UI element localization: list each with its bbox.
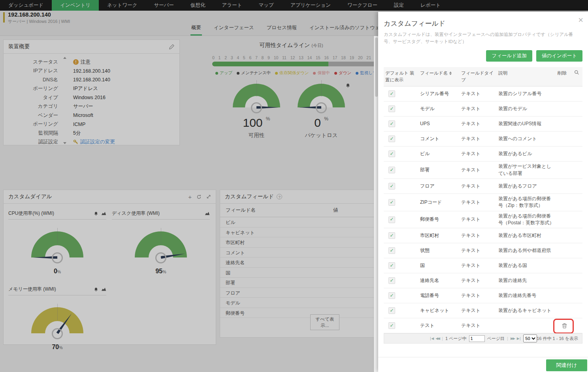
field-name: 連絡先名: [418, 277, 460, 284]
default-display-checkbox[interactable]: ✓: [388, 292, 395, 299]
field-name: フロア: [418, 183, 460, 190]
default-display-checkbox[interactable]: ✓: [388, 135, 395, 142]
field-row: ✓ フロア テキスト 装置があるフロア: [384, 179, 582, 194]
next-page-icon[interactable]: ▶▶: [511, 336, 514, 340]
field-type: テキスト: [460, 277, 497, 284]
field-row: ✓ キャビネット テキスト 装置があるキャビネット: [384, 303, 582, 318]
field-row: ✓ シリアル番号 テキスト 装置のシリアル番号: [384, 86, 582, 101]
field-type: テキスト: [460, 120, 497, 127]
field-name: 状態: [418, 247, 460, 254]
field-description: 装置の連絡先番号: [497, 292, 556, 299]
default-display-checkbox[interactable]: ✓: [388, 262, 395, 269]
default-display-checkbox[interactable]: ✓: [388, 120, 395, 127]
field-type: テキスト: [460, 292, 497, 299]
default-display-checkbox[interactable]: ✓: [388, 167, 395, 173]
field-name: シリアル番号: [418, 90, 460, 97]
default-display-checkbox[interactable]: ✓: [388, 216, 395, 223]
page-of-label: 1 ページ中: [445, 336, 467, 342]
first-page-icon[interactable]: ❘◀: [429, 336, 433, 340]
last-page-icon[interactable]: ▶❘: [517, 336, 521, 340]
pagination-bar: ❘◀ ◀◀ | 1 ページ中 ページ目 | ▶▶ ▶❘ 50 16 件中 1 -…: [384, 333, 582, 344]
field-name: 電話番号: [418, 292, 460, 299]
close-icon[interactable]: ×: [578, 16, 583, 24]
field-description: 装置のシリアル番号: [497, 90, 556, 97]
field-name: 部署: [418, 167, 460, 173]
page-number-input[interactable]: [469, 335, 485, 342]
field-type: テキスト: [460, 199, 497, 206]
associate-button[interactable]: 関連付け: [546, 359, 587, 371]
col-delete: 削除: [556, 70, 573, 77]
field-name: ZIPコード: [418, 199, 460, 206]
field-row: ✓ テスト テキスト: [384, 318, 582, 333]
field-row: ✓ 郵便番号 テキスト 装置がある場所の郵便番号（Postal：英数字形式）: [384, 211, 582, 229]
field-row: ✓ 連絡先名 テキスト 装置の連絡先: [384, 273, 582, 288]
field-name: コメント: [418, 135, 460, 142]
field-type: テキスト: [460, 105, 497, 112]
field-type: テキスト: [460, 262, 497, 269]
field-type: テキスト: [460, 322, 497, 329]
field-row: ✓ 国 テキスト 装置がある国: [384, 258, 582, 273]
field-type: テキスト: [460, 183, 497, 190]
fields-table-body: ✓ シリアル番号 テキスト 装置のシリアル番号: [384, 86, 582, 333]
field-type: テキスト: [460, 307, 497, 314]
page-scrollbar[interactable]: [374, 36, 378, 372]
field-description: 装置がサービス対象としている部署: [497, 163, 556, 177]
add-field-button[interactable]: フィールド追加: [486, 50, 532, 62]
default-display-checkbox[interactable]: ✓: [388, 183, 395, 190]
col-field-name[interactable]: フィールド名: [418, 70, 460, 77]
field-name: 郵便番号: [418, 216, 460, 223]
default-display-checkbox[interactable]: ✓: [388, 90, 395, 97]
col-description[interactable]: 説明: [497, 70, 556, 77]
page-size-select[interactable]: 50: [523, 334, 537, 342]
field-type: テキスト: [460, 135, 497, 142]
default-display-checkbox[interactable]: ✓: [388, 232, 395, 239]
field-description: 装置があるフロア: [497, 183, 556, 190]
default-display-checkbox[interactable]: ✓: [388, 247, 395, 254]
field-description: 装置のモデル: [497, 105, 556, 112]
panel-title: カスタムフィールド: [384, 19, 582, 28]
sort-icon[interactable]: [449, 71, 452, 75]
import-values-button[interactable]: 値のインポート: [536, 50, 582, 62]
field-name: ビル: [418, 150, 460, 157]
app-window: ダッシュボードインベントリネットワークサーバー仮想化アラートマップアプリケーショ…: [0, 0, 588, 372]
fields-table: デフォルト 装置に表示 フィールド名 フィールドタイプ 説明 削除 ✓ シリアル…: [384, 67, 582, 344]
col-default-display[interactable]: デフォルト 装置に表示: [384, 70, 418, 84]
field-description: 装置があるビル: [497, 150, 556, 157]
field-description: 装置へのコメント: [497, 135, 556, 142]
field-type: テキスト: [460, 232, 497, 239]
page-suffix-label: ページ目: [487, 336, 505, 342]
default-display-checkbox[interactable]: ✓: [388, 322, 395, 329]
custom-fields-panel: × カスタムフィールド カスタムフィールドは、装置やインターフェースへの追加追加…: [378, 12, 588, 372]
default-display-checkbox[interactable]: ✓: [388, 307, 395, 314]
field-name: キャビネット: [418, 307, 460, 314]
search-icon[interactable]: [573, 70, 582, 75]
field-description: 装置のある州や都道府県: [497, 247, 556, 254]
field-description: 装置がある場所の郵便番号（Zip：数字形式）: [497, 195, 556, 209]
field-type: テキスト: [460, 150, 497, 157]
default-display-checkbox[interactable]: ✓: [388, 150, 395, 157]
pagination-summary: 16 件中 1 - 16 を表示: [537, 336, 578, 342]
field-description: 装置がある市区町村: [497, 232, 556, 239]
field-row: ✓ 部署 テキスト 装置がサービス対象としている部署: [384, 162, 582, 179]
field-row: ✓ モデル テキスト 装置のモデル: [384, 101, 582, 116]
panel-description: カスタムフィールドは、装置やインターフェースへの追加追加プロパティです（シリアル…: [384, 31, 580, 45]
field-description: 装置の連絡先: [497, 277, 556, 284]
default-display-checkbox[interactable]: ✓: [388, 105, 395, 112]
default-display-checkbox[interactable]: ✓: [388, 277, 395, 284]
panel-footer: 関連付け: [378, 357, 588, 372]
field-row: ✓ UPS テキスト 装置関連のUPS情報: [384, 116, 582, 132]
delete-trash-icon[interactable]: [562, 323, 567, 329]
field-name: UPS: [418, 120, 460, 127]
field-type: テキスト: [460, 167, 497, 173]
field-row: ✓ 電話番号 テキスト 装置の連絡先番号: [384, 288, 582, 303]
col-field-type[interactable]: フィールドタイプ: [460, 70, 497, 84]
field-type: テキスト: [460, 247, 497, 254]
field-description: 装置がある場所の郵便番号（Postal：英数字形式）: [497, 213, 556, 227]
field-row: ✓ 市区町村 テキスト 装置がある市区町村: [384, 228, 582, 243]
field-row: ✓ コメント テキスト 装置へのコメント: [384, 132, 582, 147]
field-description: 装置があるキャビネット: [497, 307, 556, 314]
default-display-checkbox[interactable]: ✓: [388, 199, 395, 206]
prev-page-icon[interactable]: ◀◀: [435, 336, 439, 340]
scrollbar-thumb[interactable]: [375, 38, 378, 97]
field-description: 装置がある国: [497, 262, 556, 269]
